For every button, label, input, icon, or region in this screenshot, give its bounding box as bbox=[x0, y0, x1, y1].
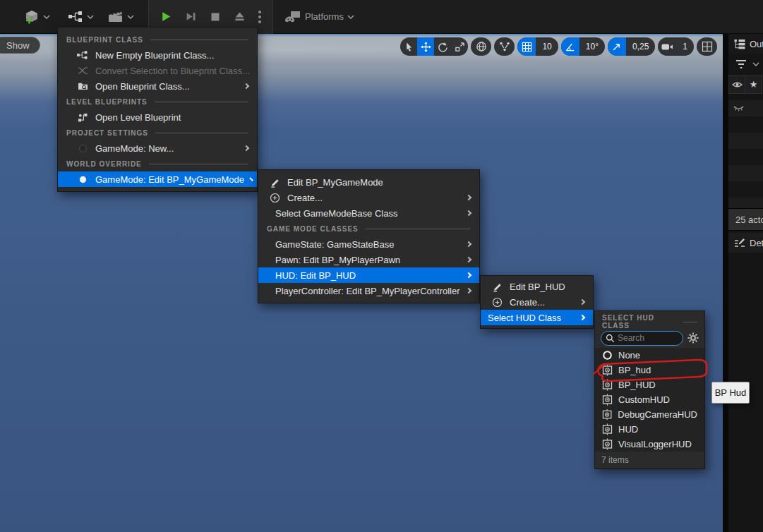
blueprint-class-icon bbox=[602, 438, 613, 450]
search-input[interactable] bbox=[618, 333, 678, 343]
menu-section-header: WORLD OVERRIDE bbox=[58, 156, 257, 171]
blueprint-class-icon bbox=[602, 379, 613, 391]
outliner-column-headers: ★ bbox=[728, 75, 763, 94]
eye-closed-icon bbox=[733, 104, 745, 113]
blueprint-class-icon bbox=[602, 364, 613, 376]
camera-speed-control[interactable]: 1 bbox=[658, 37, 694, 56]
pencil-icon bbox=[492, 282, 503, 292]
gamemode-circle-icon bbox=[78, 175, 88, 184]
outliner-row[interactable] bbox=[728, 133, 763, 149]
move-tool-button[interactable] bbox=[417, 37, 434, 56]
platforms-icon bbox=[284, 10, 301, 24]
hud-class-option-customhud[interactable]: CustomHUD bbox=[595, 392, 704, 407]
surface-snap-button[interactable] bbox=[494, 37, 515, 56]
frame-skip-icon[interactable] bbox=[185, 11, 197, 23]
hud-class-option-visualloggerhud[interactable]: VisualLoggerHUD bbox=[595, 437, 704, 452]
rotate-tool-button[interactable] bbox=[434, 37, 451, 56]
outliner-row[interactable] bbox=[728, 181, 763, 198]
tooltip: BP Hud bbox=[711, 382, 750, 404]
outliner-filter-button[interactable] bbox=[728, 55, 763, 73]
submenu-arrow-icon bbox=[466, 210, 471, 216]
show-button-label: Show bbox=[6, 40, 30, 51]
menu-item-gamemode-new[interactable]: GameMode: New... bbox=[58, 140, 257, 156]
menu-item-hud[interactable]: HUD: Edit BP_HUD bbox=[258, 267, 479, 283]
level-blueprint-icon bbox=[78, 113, 88, 122]
hud-class-option-bp-hud-upper[interactable]: BP_HUD bbox=[595, 377, 704, 392]
outliner-tab-label: Outliner bbox=[750, 39, 763, 49]
quad-view-button[interactable] bbox=[697, 37, 717, 56]
scale-tool-button[interactable] bbox=[451, 37, 468, 56]
world-space-button[interactable] bbox=[471, 37, 491, 56]
search-icon bbox=[606, 334, 615, 343]
create-actor-button[interactable] bbox=[24, 10, 50, 24]
menu-item-pawn[interactable]: Pawn: Edit BP_MyPlayerPawn bbox=[258, 252, 479, 267]
chevron-down-icon bbox=[752, 62, 759, 66]
blueprint-graph-icon bbox=[68, 11, 83, 22]
tab-outliner[interactable]: Outliner bbox=[728, 34, 763, 54]
menu-item-edit-bp-hud[interactable]: Edit BP_HUD bbox=[481, 279, 593, 294]
scale-snap-control[interactable]: 0,25 bbox=[608, 37, 655, 56]
kebab-menu-icon[interactable] bbox=[258, 11, 261, 23]
hud-class-option-hud[interactable]: HUD bbox=[595, 422, 704, 437]
details-icon bbox=[734, 238, 745, 248]
menu-item-playercontroller[interactable]: PlayerController: Edit BP_MyPlayerContro… bbox=[258, 283, 479, 298]
panel-divider[interactable] bbox=[723, 34, 728, 532]
eye-icon bbox=[732, 80, 743, 89]
stop-icon[interactable] bbox=[210, 11, 221, 23]
hud-class-option-debugcamerahud[interactable]: DebugCameraHUD bbox=[595, 407, 704, 422]
menu-item-create-gamemode[interactable]: Create... bbox=[258, 190, 479, 205]
play-icon[interactable] bbox=[160, 11, 172, 23]
tab-details[interactable]: Details bbox=[728, 233, 763, 253]
outliner-row[interactable] bbox=[728, 116, 763, 133]
search-field[interactable] bbox=[601, 331, 683, 346]
menu-item-create-hud[interactable]: Create... bbox=[481, 294, 593, 310]
menu-item-select-gamemodebase[interactable]: Select GameModeBase Class bbox=[258, 205, 479, 221]
outliner-row[interactable] bbox=[728, 149, 763, 165]
grid-snap-value[interactable]: 10 bbox=[536, 37, 558, 56]
quad-view-icon bbox=[702, 41, 713, 52]
select-tool-button[interactable] bbox=[400, 37, 417, 56]
picker-search-row bbox=[595, 328, 704, 348]
blueprint-class-icon bbox=[602, 409, 612, 421]
outliner-row[interactable] bbox=[728, 165, 763, 181]
context-menu-blueprints: BLUEPRINT CLASS New Empty Blueprint Clas… bbox=[57, 27, 258, 192]
grid-snap-control[interactable]: 10 bbox=[517, 37, 558, 56]
platforms-dropdown-button[interactable]: Platforms bbox=[284, 10, 354, 24]
convert-arrows-icon bbox=[78, 66, 88, 75]
submenu-arrow-icon bbox=[466, 195, 471, 200]
context-menu-gamemode: Edit BP_MyGameMode Create... Select Game… bbox=[258, 169, 480, 303]
angle-snap-value[interactable]: 10° bbox=[579, 37, 605, 56]
gear-icon[interactable] bbox=[687, 332, 699, 344]
menu-item-open-level-blueprint[interactable]: Open Level Blueprint bbox=[58, 109, 257, 125]
menu-item-select-hud-class[interactable]: Select HUD Class bbox=[481, 310, 593, 325]
blueprints-dropdown-button[interactable] bbox=[68, 11, 94, 22]
transform-tool-group bbox=[400, 37, 468, 56]
cinematics-dropdown-button[interactable] bbox=[108, 11, 134, 23]
menu-item-gamemode-edit[interactable]: GameMode: Edit BP_MyGameMode bbox=[58, 171, 257, 187]
outliner-row[interactable] bbox=[728, 100, 763, 116]
menu-item-gamestate[interactable]: GameState: GameStateBase bbox=[258, 236, 479, 252]
grid-snap-icon bbox=[522, 42, 532, 52]
hud-class-option-bp-hud-lower[interactable]: BP_hud bbox=[595, 363, 704, 377]
camera-speed-value[interactable]: 1 bbox=[676, 37, 694, 56]
viewport-toolbar: 10 10° 0,25 1 bbox=[400, 37, 717, 56]
blueprint-graph-icon bbox=[77, 51, 88, 59]
submenu-arrow-icon bbox=[579, 315, 585, 320]
pencil-icon bbox=[270, 177, 280, 188]
menu-item-open-blueprint-class[interactable]: Open Blueprint Class... bbox=[58, 78, 257, 94]
menu-item-edit-gamemode[interactable]: Edit BP_MyGameMode bbox=[258, 174, 479, 190]
pinned-column-header[interactable]: ★ bbox=[745, 75, 762, 94]
show-button[interactable]: Show bbox=[0, 37, 40, 54]
eject-icon[interactable] bbox=[234, 11, 246, 23]
menu-item-new-empty-blueprint[interactable]: New Empty Blueprint Class... bbox=[58, 47, 257, 63]
visibility-column-header[interactable] bbox=[728, 75, 745, 94]
plus-circle-icon bbox=[270, 193, 280, 203]
chevron-down-icon bbox=[127, 15, 134, 19]
angle-snap-control[interactable]: 10° bbox=[561, 37, 605, 56]
menu-section-header: BLUEPRINT CLASS bbox=[58, 32, 257, 47]
camera-speed-icon bbox=[661, 42, 673, 52]
hud-class-option-none[interactable]: None bbox=[595, 348, 704, 363]
submenu-arrow-icon bbox=[244, 145, 249, 151]
scale-snap-value[interactable]: 0,25 bbox=[626, 37, 655, 56]
outliner-rows bbox=[728, 100, 763, 210]
